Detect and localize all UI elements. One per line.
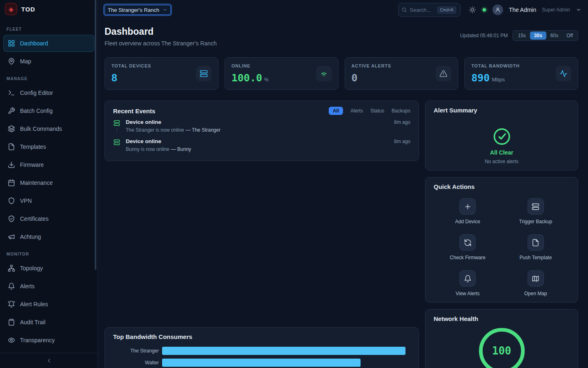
sidebar-item-templates[interactable]: Templates <box>3 138 94 155</box>
eye-icon <box>8 337 15 344</box>
stat-unit: Mbps <box>492 76 505 83</box>
quick-action-push-template[interactable]: Push Template <box>502 234 570 260</box>
theme-toggle-sun-icon[interactable] <box>469 6 476 13</box>
event-title: Device online <box>126 119 161 125</box>
download-icon <box>8 161 15 168</box>
user-menu-chevron-down-icon[interactable] <box>576 7 581 13</box>
quick-action-check-firmware[interactable]: Check Firmware <box>434 234 502 260</box>
layers-icon <box>8 125 15 132</box>
sidebar-item-alert-rules[interactable]: Alert Rules <box>3 296 94 313</box>
sidebar-item-label: Maintenance <box>20 180 53 186</box>
file-icon <box>532 239 539 247</box>
section-label-fleet: FLEET <box>7 27 91 31</box>
sidebar-item-topology[interactable]: Topology <box>3 260 94 277</box>
event-row[interactable]: Device online 8m ago Bunny is now online… <box>113 138 410 157</box>
filter-all[interactable]: All <box>329 107 343 115</box>
refresh-option-60s[interactable]: 60s <box>546 31 562 40</box>
filter-alerts[interactable]: Alerts <box>350 108 363 114</box>
network-health-value: 100 <box>492 345 511 357</box>
sidebar-item-certificates[interactable]: Certificates <box>3 210 94 227</box>
stat-card-online: ONLINE 100.0% <box>225 57 339 90</box>
refresh-option-30s[interactable]: 30s <box>530 31 546 40</box>
quick-action-view-alerts[interactable]: View Alerts <box>434 270 502 296</box>
sidebar-item-transparency[interactable]: Transparency <box>3 332 94 349</box>
sidebar-item-audit-trail[interactable]: Audit Trail <box>3 314 94 331</box>
bell-icon <box>8 283 15 290</box>
sidebar-item-label: Achtung <box>20 233 41 240</box>
alert-detail-text: No active alerts <box>485 159 519 164</box>
file-icon <box>8 143 15 150</box>
bandwidth-chart: The Stranger Walter <box>113 347 410 367</box>
filter-status[interactable]: Status <box>370 108 384 114</box>
quick-action-label: Open Map <box>524 291 547 296</box>
sidebar-item-alerts[interactable]: Alerts <box>3 278 94 295</box>
bell-icon <box>464 275 472 283</box>
fleet-select[interactable]: The Stranger's Ranch <box>105 5 171 15</box>
sidebar-item-maintenance[interactable]: Maintenance <box>3 174 94 191</box>
map-pin-icon <box>8 58 15 65</box>
check-circle-icon <box>493 128 511 146</box>
search-input[interactable] <box>410 7 435 13</box>
sidebar-item-vpn[interactable]: VPN <box>3 192 94 209</box>
event-row[interactable]: Device online 8m ago The Stranger is now… <box>113 119 410 138</box>
megaphone-icon <box>8 233 15 240</box>
quick-action-trigger-backup[interactable]: Trigger Backup <box>502 198 570 224</box>
wifi-icon <box>320 70 328 78</box>
refresh-option-off[interactable]: Off <box>562 31 577 40</box>
event-title: Device online <box>126 138 161 144</box>
activity-icon <box>559 70 568 78</box>
sidebar-item-achtung[interactable]: Achtung <box>3 228 94 245</box>
sidebar-item-firmware[interactable]: Firmware <box>3 156 94 173</box>
clipboard-icon <box>8 319 15 326</box>
stat-card-total-bandwidth: TOTAL BANDWIDTH 890Mbps <box>464 57 578 90</box>
quick-action-add-device[interactable]: Add Device <box>434 198 502 224</box>
map-icon <box>532 275 539 283</box>
recent-events-card: Recent Events All Alerts Status Backups <box>105 101 419 161</box>
server-icon <box>114 120 120 126</box>
sidebar-scrollbar[interactable] <box>95 0 96 270</box>
app-logo: ◈ TOD <box>0 0 98 18</box>
stat-card-total-devices: TOTAL DEVICES 8 <box>105 57 218 90</box>
sidebar-collapse-button[interactable] <box>0 353 98 368</box>
sidebar-item-label: Map <box>20 58 31 65</box>
sidebar-item-label: Alerts <box>20 283 35 289</box>
shield-icon <box>8 197 15 204</box>
sidebar-nav: FLEET Dashboard Map MANAGE Config Editor… <box>0 18 98 353</box>
sidebar-item-label: Topology <box>20 265 43 272</box>
search-box[interactable]: Cmd+K <box>398 3 461 17</box>
stat-card-active-alerts: ACTIVE ALERTS 0 <box>345 57 459 90</box>
chevron-down-icon <box>163 7 167 12</box>
shield-check-icon <box>8 215 15 222</box>
sidebar-item-batch-config[interactable]: Batch Config <box>3 102 94 119</box>
app-logo-icon: ◈ <box>5 3 17 15</box>
wrench-icon <box>8 107 15 114</box>
sidebar-item-config-editor[interactable]: Config Editor <box>3 84 94 101</box>
quick-actions-card: Quick Actions Add Device Trigger Backup … <box>425 177 578 303</box>
page-subtitle: Fleet overview across The Stranger's Ran… <box>105 40 217 47</box>
server-icon <box>532 203 539 211</box>
refresh-option-15s[interactable]: 15s <box>514 31 530 40</box>
quick-action-open-map[interactable]: Open Map <box>502 270 570 296</box>
main-area: The Stranger's Ranch Cmd+K The Admin Sup… <box>98 0 588 368</box>
search-shortcut-badge: Cmd+K <box>437 7 456 13</box>
bar-label: Walter <box>113 360 159 366</box>
stat-label: TOTAL BANDWIDTH <box>471 63 519 68</box>
bandwidth-chart-title: Top Bandwidth Consumers <box>113 333 192 340</box>
event-description: Bunny is now online <box>126 146 169 152</box>
sidebar-item-label: Dashboard <box>20 40 48 47</box>
recent-events-title: Recent Events <box>113 108 155 114</box>
sidebar-item-bulk-commands[interactable]: Bulk Commands <box>3 120 94 137</box>
sidebar-item-dashboard[interactable]: Dashboard <box>3 35 94 52</box>
stat-value: 890 <box>471 72 490 84</box>
event-time: 8m ago <box>394 139 410 144</box>
stat-value: 100.0 <box>232 72 262 84</box>
stat-value: 0 <box>352 72 358 84</box>
filter-backups[interactable]: Backups <box>392 108 410 114</box>
event-time: 8m ago <box>394 119 410 125</box>
avatar[interactable] <box>492 4 503 15</box>
updated-timestamp: Updated 05:46:01 PM <box>460 33 508 38</box>
sidebar-item-label: Config Editor <box>20 90 53 96</box>
sidebar-item-map[interactable]: Map <box>3 53 94 70</box>
sidebar-item-label: Alert Rules <box>20 301 48 307</box>
quick-action-label: Check Firmware <box>450 255 486 260</box>
